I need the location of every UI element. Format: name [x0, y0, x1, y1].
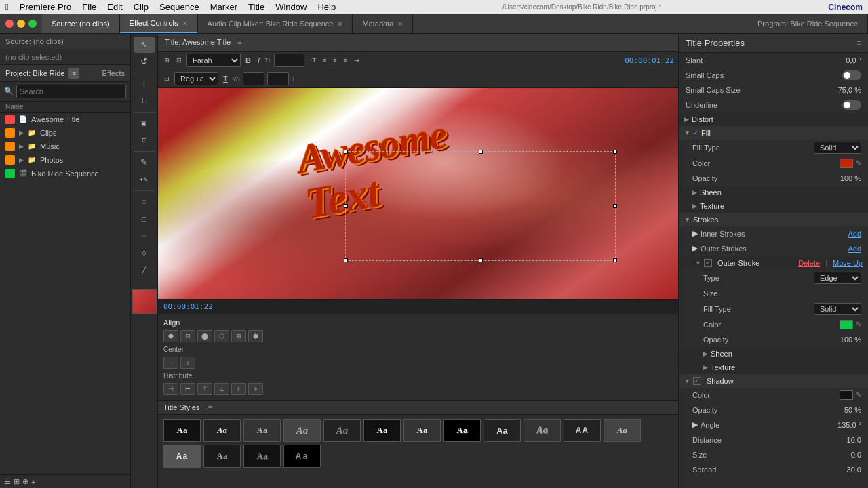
tab-effect-controls[interactable]: Effect Controls ✕: [120, 14, 198, 33]
show-safe-margins-btn[interactable]: ⊡: [174, 56, 184, 64]
stroke-color-swatch[interactable]: [840, 320, 853, 329]
tab-stop-btn[interactable]: ⇥: [352, 56, 361, 64]
tab-source[interactable]: Source: (no clips): [42, 14, 120, 33]
title-menu-icon[interactable]: ≡: [237, 38, 241, 46]
polygon-tool[interactable]: ◇: [134, 245, 155, 261]
outer-stroke-delete-btn[interactable]: Delete: [798, 259, 820, 267]
menu-marker[interactable]: Marker: [210, 2, 237, 12]
center-vert-btn[interactable]: ↕: [180, 357, 195, 369]
style-thumb-2[interactable]: Aa: [243, 419, 281, 442]
search-input[interactable]: [16, 85, 126, 98]
align-center-text-btn[interactable]: ≡: [331, 56, 338, 64]
style-thumb-0[interactable]: Aa: [163, 419, 201, 442]
icon-view-icon[interactable]: ⊞: [14, 477, 20, 486]
menu-title[interactable]: Title: [248, 2, 264, 12]
shadow-section[interactable]: ▼ ✓ Shadow: [679, 374, 868, 388]
distort-section[interactable]: ▶ Distort: [679, 113, 868, 126]
style-thumb-12[interactable]: Aa: [163, 445, 201, 468]
new-item-icon[interactable]: +: [31, 478, 35, 486]
tracking-input[interactable]: 0,0: [267, 72, 289, 85]
bold-btn[interactable]: B: [243, 56, 253, 65]
text-tool[interactable]: T: [134, 76, 155, 92]
underline-btn[interactable]: T: [221, 74, 230, 83]
fill-section[interactable]: ▼ ✓ Fill: [679, 126, 868, 140]
center-horiz-btn[interactable]: ↔: [163, 357, 178, 369]
selector-tool[interactable]: ↖: [134, 37, 155, 53]
stroke-sheen-section[interactable]: ▶ Sheen: [679, 347, 868, 361]
style-thumb-14[interactable]: Aa: [243, 445, 281, 468]
crop-tool[interactable]: ⊡: [134, 132, 155, 148]
fill-texture-section[interactable]: ▶ Texture: [679, 199, 868, 213]
font-style-select[interactable]: Regular: [174, 72, 218, 85]
shadow-checkbox[interactable]: ✓: [693, 377, 701, 385]
menu-help[interactable]: Help: [317, 2, 336, 12]
style-thumb-7[interactable]: Aa: [443, 419, 481, 442]
dist-left-btn[interactable]: ⊣: [163, 383, 178, 395]
align-right-text-btn[interactable]: ≡: [342, 56, 349, 64]
style-thumb-6[interactable]: Aa: [403, 419, 441, 442]
stroke-texture-section[interactable]: ▶ Texture: [679, 361, 868, 374]
fill-opacity-value[interactable]: 100 %: [840, 174, 861, 182]
tab-audio-mixer[interactable]: Audio Clip Mixer: Bike Ride Sequence ✕: [198, 14, 353, 33]
rotate-tool[interactable]: ↺: [134, 54, 155, 70]
align-hcenter-btn[interactable]: ⊟: [180, 330, 195, 342]
fill-sheen-section[interactable]: ▶ Sheen: [679, 186, 868, 199]
font-family-select[interactable]: Farah: [186, 54, 241, 67]
align-right-btn[interactable]: ⬤: [197, 330, 212, 342]
align-top-btn[interactable]: ⬡: [214, 330, 229, 342]
ellipse-tool[interactable]: ○: [134, 228, 155, 244]
shadow-color-swatch[interactable]: [840, 390, 853, 400]
style-thumb-5[interactable]: Aa: [363, 419, 401, 442]
stroke-type-select[interactable]: Edge: [814, 272, 861, 284]
outer-strokes-add-btn[interactable]: Add: [848, 245, 861, 253]
tab-close-icon[interactable]: ✕: [182, 20, 188, 27]
list-view-icon[interactable]: ☰: [4, 477, 11, 486]
slant-value[interactable]: 0,0 °: [846, 56, 861, 64]
layout-grid-btn[interactable]: ⊞: [162, 56, 172, 64]
dist-right-btn[interactable]: ⊤: [197, 383, 212, 395]
dist-vcenter-btn[interactable]: ⊦: [231, 383, 246, 395]
shadow-eyedropper-icon[interactable]: ✎: [856, 391, 861, 399]
style-thumb-1[interactable]: Aa: [203, 419, 241, 442]
style-thumb-15[interactable]: Aa: [283, 445, 321, 468]
align-left-btn[interactable]: ⬣: [163, 330, 178, 342]
add-anchor-tool[interactable]: +✎: [134, 171, 155, 188]
menu-sequence[interactable]: Sequence: [159, 2, 199, 12]
shadow-size2-value[interactable]: 0,0: [851, 451, 861, 459]
tab-close-icon[interactable]: ✕: [397, 20, 403, 28]
kerning-input[interactable]: 0,0: [243, 72, 264, 85]
underline-toggle[interactable]: [842, 100, 861, 110]
project-menu-icon[interactable]: ≡: [68, 68, 79, 79]
vertical-text-tool[interactable]: T↕: [134, 93, 155, 109]
title-styles-menu-icon[interactable]: ≡: [208, 403, 212, 411]
outer-stroke-checkbox[interactable]: ✓: [704, 259, 712, 267]
align-up-btn[interactable]: ↑T: [307, 56, 318, 64]
outer-stroke-move-up-btn[interactable]: Move Up: [833, 259, 863, 267]
shadow-distance-value[interactable]: 10,0: [847, 436, 861, 444]
inner-strokes-add-btn[interactable]: Add: [848, 230, 861, 238]
align-left-text-btn[interactable]: ≡: [321, 56, 328, 64]
style-thumb-13[interactable]: Aa: [203, 445, 241, 468]
small-caps-toggle[interactable]: [842, 70, 861, 80]
fill-eyedropper-icon[interactable]: ✎: [856, 159, 861, 167]
line-tool[interactable]: ╱: [134, 262, 155, 278]
file-item-music[interactable]: ▶ 📁 Music: [0, 140, 130, 153]
small-caps-size-value[interactable]: 75,0 %: [838, 86, 861, 94]
close-button[interactable]: [5, 20, 14, 28]
style-thumb-3[interactable]: Aa: [283, 419, 321, 442]
shadow-angle-value[interactable]: 135,0 °: [837, 421, 861, 429]
file-item-awesome-title[interactable]: 📄 Awesome Title: [0, 113, 130, 126]
fill-color-swatch[interactable]: [840, 159, 853, 168]
effects-tab-btn[interactable]: Effects: [102, 69, 125, 77]
italic-btn[interactable]: I: [256, 56, 262, 65]
file-item-photos[interactable]: ▶ 📁 Photos: [0, 153, 130, 167]
file-item-clips[interactable]: ▶ 📁 Clips: [0, 126, 130, 140]
tab-close-icon[interactable]: ✕: [337, 20, 342, 28]
shadow-spread-value[interactable]: 30,0: [847, 466, 861, 474]
maximize-button[interactable]: [28, 20, 37, 28]
dist-bottom-btn[interactable]: ⊧: [248, 383, 263, 395]
rectangle-area-tool[interactable]: ▣: [134, 115, 155, 131]
apple-menu[interactable]: : [5, 2, 9, 12]
title-properties-menu-icon[interactable]: ≡: [857, 39, 861, 47]
fill-type-select[interactable]: Solid: [814, 142, 861, 154]
